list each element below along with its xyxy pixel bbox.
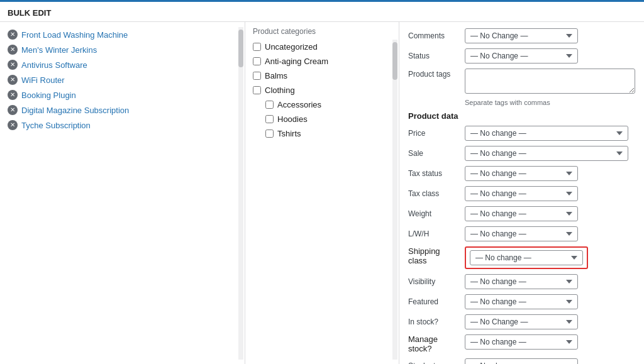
category-item[interactable]: Balms [245,69,399,83]
price-select[interactable]: — No change — [465,126,628,141]
in-stock-label: In stock? [408,317,465,326]
manage-stock-label-1: Manage [408,334,465,344]
category-item[interactable]: Tshirts [245,126,399,141]
shipping-class-label-group: Shipping class [408,246,465,265]
tax-status-row: Tax status — No change — [408,166,635,181]
remove-icon[interactable]: ✕ [8,60,18,70]
visibility-label: Visibility [408,277,465,286]
status-label: Status [408,52,465,60]
price-label: Price [408,129,465,138]
featured-select[interactable]: — No change — [465,294,578,309]
category-item-label: Accessories [277,100,321,109]
category-item[interactable]: Clothing [245,83,399,97]
bulk-edit-layout: ✕Front Load Washing Machine✕Men's Winter… [0,22,644,364]
shipping-class-row: Shipping class — No change — [408,246,635,269]
manage-stock-label-2: stock? [408,344,465,353]
product-item[interactable]: ✕Men's Winter Jerkins [0,42,245,57]
product-item-label: Men's Winter Jerkins [21,45,97,55]
remove-icon[interactable]: ✕ [8,45,18,55]
comments-select[interactable]: — No Change — [465,28,578,43]
shipping-label-2: class [408,256,465,265]
bulk-edit-container: BULK EDIT ✕Front Load Washing Machine✕Me… [0,0,644,364]
featured-label: Featured [408,297,465,306]
product-item[interactable]: ✕Digital Magazine Subscription [0,102,245,118]
product-item-label: Booking Plugin [21,91,76,100]
product-item-label: WiFi Router [21,75,65,85]
price-row: Price — No change — [408,126,635,141]
bulk-edit-title: BULK EDIT [8,8,51,18]
tax-class-select[interactable]: — No change — [465,186,578,201]
remove-icon[interactable]: ✕ [8,120,18,130]
scrollbar-thumb[interactable] [238,30,243,67]
product-item[interactable]: ✕Tyche Subscription [0,118,245,133]
remove-icon[interactable]: ✕ [8,75,18,85]
sale-row: Sale — No change — [408,146,635,161]
manage-stock-row: Manage stock? — No change — [408,334,635,353]
categories-scroll[interactable]: UncategorizedAnti-aging CreamBalmsClothi… [245,40,399,360]
category-item[interactable]: Uncategorized [245,40,399,54]
stock-qty-select[interactable]: — No change — [465,358,578,364]
product-item[interactable]: ✕WiFi Router [0,72,245,87]
category-scrollbar-track[interactable] [392,40,397,360]
remove-icon[interactable]: ✕ [8,90,18,100]
status-select[interactable]: — No Change — [465,48,578,63]
product-list-scroll[interactable]: ✕Front Load Washing Machine✕Men's Winter… [0,27,245,360]
category-item-label: Balms [265,71,287,80]
shipping-class-select[interactable]: — No change — [470,250,583,265]
product-list-section: ✕Front Load Washing Machine✕Men's Winter… [0,22,245,364]
visibility-select[interactable]: — No change — [465,274,578,289]
category-checkbox[interactable] [265,115,274,123]
shipping-label-1: Shipping [408,246,465,256]
lwh-select[interactable]: — No change — [465,226,578,241]
category-item-label: Anti-aging Cream [265,57,328,66]
visibility-row: Visibility — No change — [408,274,635,289]
category-checkbox[interactable] [265,130,274,138]
tax-status-select[interactable]: — No change — [465,166,578,181]
manage-stock-select[interactable]: — No change — [465,334,578,350]
tags-hint: Separate tags with commas [465,99,635,106]
category-item[interactable]: Accessories [245,97,399,112]
stock-qty-label: Stock qty [408,361,465,364]
tax-class-row: Tax class — No change — [408,186,635,201]
category-item-label: Clothing [265,85,295,95]
weight-label: Weight [408,209,465,218]
product-item[interactable]: ✕Booking Plugin [0,87,245,102]
product-tags-row: Product tags [408,69,635,94]
remove-icon[interactable]: ✕ [8,30,18,40]
stock-qty-row: Stock qty — No change — [408,358,635,364]
scrollbar-track[interactable] [238,27,243,360]
status-row: Status — No Change — [408,48,635,63]
categories-section: Product categories UncategorizedAnti-agi… [245,22,399,364]
bulk-edit-header: BULK EDIT [0,2,644,22]
in-stock-row: In stock? — No Change — [408,314,635,329]
category-item-label: Hoodies [277,114,308,124]
product-data-heading: Product data [408,111,635,121]
category-item-label: Uncategorized [265,42,318,52]
product-item-label: Digital Magazine Subscription [21,106,129,115]
category-item[interactable]: Anti-aging Cream [245,54,399,69]
product-item[interactable]: ✕Front Load Washing Machine [0,27,245,42]
in-stock-select[interactable]: — No Change — [465,314,578,329]
category-checkbox[interactable] [253,43,261,51]
category-item[interactable]: Hoodies [245,112,399,126]
category-checkbox[interactable] [253,72,261,80]
weight-select[interactable]: — No change — [465,206,578,221]
sale-select[interactable]: — No change — [465,146,628,161]
product-item[interactable]: ✕Antivirus Software [0,57,245,72]
lwh-label: L/W/H [408,229,465,238]
remove-icon[interactable]: ✕ [8,105,18,115]
category-checkbox[interactable] [253,57,261,65]
featured-row: Featured — No change — [408,294,635,309]
weight-row: Weight — No change — [408,206,635,221]
product-tags-input[interactable] [465,69,635,94]
shipping-class-highlight: — No change — [465,246,588,269]
lwh-row: L/W/H — No change — [408,226,635,241]
product-item-label: Front Load Washing Machine [21,30,128,40]
category-checkbox[interactable] [253,86,261,94]
product-tags-label: Product tags [408,69,465,79]
category-item-label: Tshirts [277,129,301,138]
category-scrollbar-thumb[interactable] [392,42,397,80]
categories-title: Product categories [245,27,399,40]
settings-section: Comments — No Change — Status — No Chang… [399,22,644,364]
category-checkbox[interactable] [265,101,274,109]
